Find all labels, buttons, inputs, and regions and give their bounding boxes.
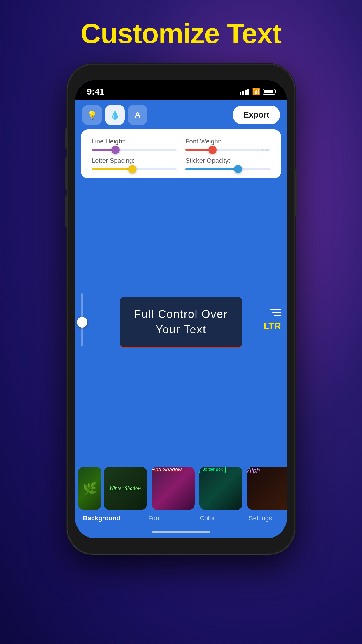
font-weight-label: Font Weight: bbox=[185, 138, 270, 145]
alpha-label: Alph bbox=[247, 467, 260, 474]
signal-icon bbox=[240, 88, 249, 95]
dot-2 bbox=[266, 149, 268, 151]
text-icon: A bbox=[134, 110, 141, 120]
leaf-icon: 🌿 bbox=[82, 482, 97, 495]
line-height-track[interactable] bbox=[92, 149, 177, 151]
letter-spacing-group: Letter Spacing: bbox=[92, 157, 177, 170]
letter-spacing-track[interactable] bbox=[92, 168, 177, 170]
signal-bar-1 bbox=[240, 92, 241, 95]
tool-button-text[interactable]: A bbox=[128, 105, 147, 125]
theme-winter-shadow[interactable]: Winter Shadow bbox=[104, 467, 147, 510]
hamburger-line-2 bbox=[272, 312, 281, 313]
letter-spacing-label: Letter Spacing: bbox=[92, 157, 177, 164]
nav-label-font: Font bbox=[148, 514, 161, 522]
sliders-grid: Line Height: Font Weight: bbox=[92, 138, 270, 170]
page-title: Customize Text bbox=[81, 18, 281, 50]
sticker-opacity-label: Sticker Opacity: bbox=[185, 157, 270, 164]
home-indicator bbox=[152, 531, 210, 533]
winter-shadow-label: Winter Shadow bbox=[109, 485, 141, 491]
theme-row: 🌿 Winter Shadow Red Shadow Border Box bbox=[75, 467, 287, 510]
nav-item-background[interactable]: Background bbox=[75, 514, 128, 522]
red-shadow-label: Red Shadow bbox=[152, 467, 182, 473]
theme-border-box[interactable]: Border Box bbox=[199, 467, 242, 510]
alignment-icon[interactable] bbox=[270, 309, 281, 316]
lightbulb-icon: 💡 bbox=[87, 110, 97, 120]
toolbar: 💡 💧 A Export bbox=[75, 100, 287, 130]
wifi-icon: 📶 bbox=[252, 88, 260, 95]
export-button[interactable]: Export bbox=[233, 106, 280, 124]
sticker-opacity-track[interactable] bbox=[185, 168, 270, 170]
signal-bar-2 bbox=[242, 91, 244, 95]
nav-item-font[interactable]: Font bbox=[128, 514, 181, 522]
text-display-content: Full Control OverYour Text bbox=[134, 307, 228, 337]
sticker-opacity-group: Sticker Opacity: bbox=[185, 157, 270, 170]
battery-icon bbox=[263, 89, 275, 94]
line-height-label: Line Height: bbox=[92, 138, 177, 145]
phone-screen: 9:41 📶 💡 bbox=[75, 80, 287, 538]
dot-1 bbox=[262, 149, 263, 151]
droplet-icon: 💧 bbox=[110, 110, 120, 120]
tool-button-droplet[interactable]: 💧 bbox=[105, 105, 125, 125]
theme-alpha[interactable]: Alph bbox=[247, 467, 287, 510]
right-controls: LTR bbox=[263, 309, 281, 332]
nav-label-background: Background bbox=[83, 514, 120, 522]
sticker-opacity-fill bbox=[185, 168, 238, 170]
nav-item-color[interactable]: Color bbox=[181, 514, 234, 522]
font-weight-thumb[interactable] bbox=[208, 146, 217, 154]
canvas-area: Full Control OverYour Text LTR bbox=[75, 178, 287, 467]
vertical-slider[interactable] bbox=[81, 293, 83, 352]
vertical-track[interactable] bbox=[81, 293, 83, 346]
ltr-label[interactable]: LTR bbox=[263, 321, 281, 332]
phone-button-power bbox=[295, 169, 297, 216]
border-box-label: Border Box bbox=[199, 467, 226, 473]
status-icons: 📶 bbox=[240, 88, 275, 95]
nav-label-color: Color bbox=[200, 514, 215, 522]
font-weight-track[interactable] bbox=[185, 149, 270, 151]
vertical-thumb[interactable] bbox=[77, 317, 87, 328]
text-display-box[interactable]: Full Control OverYour Text bbox=[120, 297, 242, 348]
font-weight-group: Font Weight: bbox=[185, 138, 270, 151]
font-weight-dots bbox=[262, 149, 268, 151]
phone-frame: 9:41 📶 💡 bbox=[67, 64, 295, 554]
hamburger-line-1 bbox=[270, 309, 281, 310]
phone-button-volume-up bbox=[65, 158, 67, 190]
battery-fill bbox=[264, 90, 273, 93]
line-height-thumb[interactable] bbox=[111, 146, 120, 154]
bottom-section: 🌿 Winter Shadow Red Shadow Border Box bbox=[75, 467, 287, 538]
phone-button-silent bbox=[65, 128, 67, 149]
signal-bar-3 bbox=[245, 90, 247, 95]
phone-button-volume-down bbox=[65, 195, 67, 228]
app-content: 💡 💧 A Export Line Height: bbox=[75, 100, 287, 538]
theme-partial-leaf[interactable]: 🌿 bbox=[78, 467, 101, 510]
letter-spacing-thumb[interactable] bbox=[128, 165, 136, 173]
phone-notch bbox=[152, 80, 210, 90]
nav-item-settings[interactable]: Settings bbox=[234, 514, 287, 522]
status-time: 9:41 bbox=[87, 87, 104, 97]
sliders-panel: Line Height: Font Weight: bbox=[81, 130, 281, 178]
line-height-group: Line Height: bbox=[92, 138, 177, 151]
hamburger-line-3 bbox=[274, 315, 281, 316]
letter-spacing-fill bbox=[92, 168, 132, 170]
sticker-opacity-thumb[interactable] bbox=[234, 165, 242, 173]
tool-button-lightbulb[interactable]: 💡 bbox=[82, 105, 102, 125]
nav-label-settings: Settings bbox=[249, 514, 272, 522]
bottom-nav: Background Font Color Settings bbox=[75, 510, 287, 528]
signal-bar-4 bbox=[247, 89, 249, 95]
theme-red-shadow[interactable]: Red Shadow bbox=[152, 467, 195, 510]
